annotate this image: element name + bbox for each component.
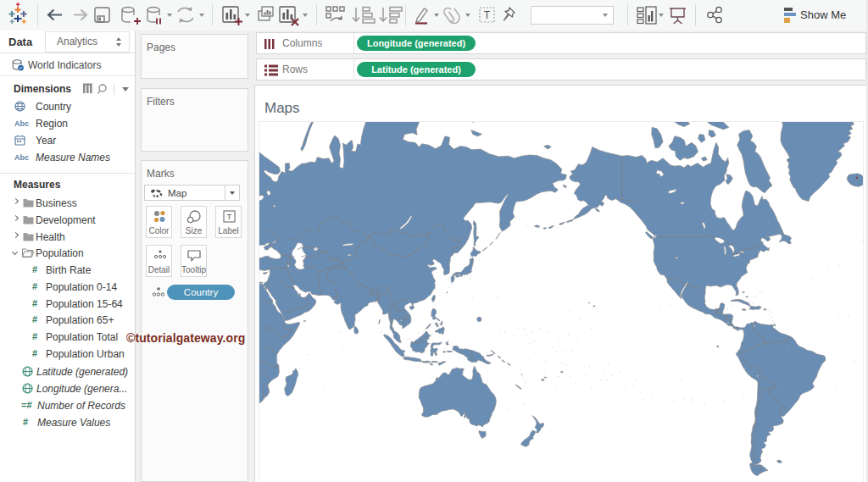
svg-text:T: T [227, 212, 232, 221]
svg-text:T: T [484, 9, 491, 21]
